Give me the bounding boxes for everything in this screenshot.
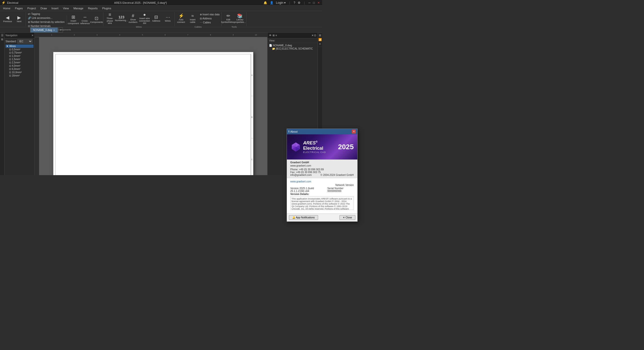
product-name: ARES® Electrical [303, 140, 322, 151]
about-banner: ARES® Electrical ELECTRICAL CAD 2025 [287, 134, 322, 160]
about-banner-text: ARES® Electrical ELECTRICAL CAD [303, 140, 322, 153]
company-name: Graebert GmbH [290, 161, 322, 164]
about-dialog-icon: ℹ [288, 130, 289, 133]
website-display: www.graebert.com [290, 164, 322, 167]
copyright-display: © 2004-2024 Graebert GmbH [321, 174, 322, 175]
fax-display: Fax: +49 (0) 30 896 903 75 [290, 171, 322, 174]
about-dialog-title: About [290, 130, 298, 133]
email-display: info@graebert.com [290, 174, 312, 175]
about-banner-logo: ARES® Electrical ELECTRICAL CAD [290, 140, 322, 153]
about-title-bar: ℹ About ✕ [287, 129, 322, 134]
product-subtitle: ELECTRICAL CAD [303, 151, 322, 153]
about-contact: Graebert GmbH www.graebert.com Phone: +4… [287, 160, 322, 175]
ares-gem-icon [290, 141, 301, 152]
modal-overlay: ℹ About ✕ [0, 0, 322, 175]
phone-display: Phone: +49 (0) 30 896 903 89 [290, 168, 322, 171]
about-dialog: ℹ About ✕ [287, 129, 322, 175]
